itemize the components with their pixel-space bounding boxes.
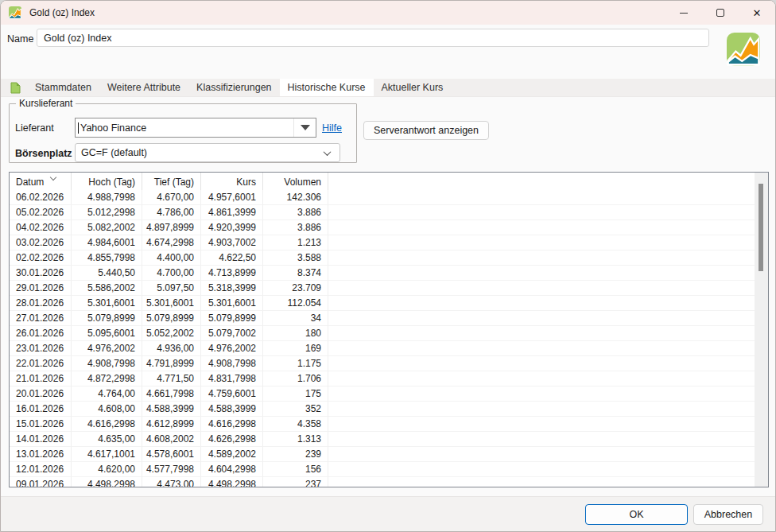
table-cell: 4.670,00: [142, 190, 201, 205]
table-row[interactable]: 02.02.20264.855,79984.400,004.622,503.58…: [10, 250, 755, 266]
boersenplatz-combobox[interactable]: GC=F (default): [75, 143, 340, 162]
vertical-scrollbar[interactable]: [755, 173, 768, 487]
tab-stammdaten[interactable]: Stammdaten: [27, 79, 99, 96]
table-cell: 4.855,7998: [72, 250, 142, 266]
table-row[interactable]: 03.02.20264.984,60014.674,29984.903,7002…: [10, 235, 755, 250]
table-cell-spacer: [328, 326, 755, 341]
tab-strip: Stammdaten Weitere Attribute Klassifizie…: [1, 79, 775, 97]
dropdown-arrow-button[interactable]: [293, 118, 316, 137]
table-cell: 4.588,3999: [201, 402, 263, 417]
table-cell: 4.831,7998: [201, 371, 263, 386]
table-cell: 4.700,00: [142, 266, 201, 281]
scrollbar-thumb[interactable]: [759, 184, 763, 271]
table-row[interactable]: 05.02.20265.012,29984.786,004.861,39993.…: [10, 205, 755, 220]
portfolio-performance-logo: [726, 33, 761, 66]
tab-label: Weitere Attribute: [107, 82, 180, 93]
table-cell-spacer: [328, 205, 755, 220]
table-cell: 23.709: [263, 281, 328, 296]
column-header-hoch[interactable]: Hoch (Tag): [72, 173, 142, 190]
table-cell: 4.791,8999: [142, 356, 201, 371]
table-row[interactable]: 21.01.20264.872,29984.771,504.831,79981.…: [10, 371, 755, 386]
table-cell-spacer: [328, 250, 755, 266]
historical-prices-table: Datum Hoch (Tag) Tief (Tag) Kurs Volumen…: [9, 172, 769, 487]
table-cell: 175: [263, 386, 328, 402]
cancel-button[interactable]: Abbrechen: [693, 504, 763, 525]
table-row[interactable]: 20.01.20264.764,004.661,79984.759,600117…: [10, 386, 755, 402]
table-header: Datum Hoch (Tag) Tief (Tag) Kurs Volumen: [10, 173, 768, 190]
table-cell: 29.01.2026: [10, 281, 72, 296]
serverantwort-anzeigen-button[interactable]: Serverantwort anzeigen: [363, 121, 489, 140]
table-row[interactable]: 30.01.20265.440,504.700,004.713,89998.37…: [10, 266, 755, 281]
table-cell: 4.976,2002: [201, 341, 263, 356]
table-row[interactable]: 13.01.20264.617,10014.578,60014.589,2002…: [10, 447, 755, 462]
table-cell: 5.052,2002: [142, 326, 201, 341]
table-cell: 4.622,50: [201, 250, 263, 266]
table-cell: 180: [263, 326, 328, 341]
table-cell: 1.313: [263, 432, 328, 447]
table-cell: 4.616,2998: [201, 417, 263, 432]
table-cell: 352: [263, 402, 328, 417]
security-page-icon: [10, 82, 21, 94]
name-input[interactable]: [37, 29, 709, 47]
table-cell: 04.02.2026: [10, 220, 72, 235]
table-cell: 4.984,6001: [72, 235, 142, 250]
tab-weitere-attribute[interactable]: Weitere Attribute: [99, 79, 188, 96]
table-row[interactable]: 15.01.20264.616,29984.612,89994.616,2998…: [10, 417, 755, 432]
tab-historische-kurse[interactable]: Historische Kurse: [280, 79, 374, 96]
table-row[interactable]: 27.01.20265.079,89995.079,89995.079,8999…: [10, 311, 755, 326]
table-cell: 22.01.2026: [10, 356, 72, 371]
window-title: Gold (oz) Index: [29, 7, 95, 18]
hilfe-link[interactable]: Hilfe: [322, 122, 342, 134]
table-cell: 5.012,2998: [72, 205, 142, 220]
table-body: 06.02.20264.988,79984.670,004.957,600114…: [10, 190, 755, 487]
table-row[interactable]: 23.01.20264.976,20024.936,004.976,200216…: [10, 341, 755, 356]
title-bar: Gold (oz) Index ✕: [1, 1, 775, 25]
table-cell: 14.01.2026: [10, 432, 72, 447]
column-header-tief[interactable]: Tief (Tag): [142, 173, 201, 190]
table-cell-spacer: [328, 220, 755, 235]
table-cell: 5.301,6001: [142, 296, 201, 311]
table-cell: 15.01.2026: [10, 417, 72, 432]
column-label: Kurs: [236, 177, 256, 188]
column-header-datum[interactable]: Datum: [10, 173, 72, 190]
table-row[interactable]: 04.02.20265.082,20024.897,89994.920,3999…: [10, 220, 755, 235]
boersenplatz-value: GC=F (default): [76, 147, 324, 158]
table-cell: 5.095,6001: [72, 326, 142, 341]
table-row[interactable]: 16.01.20264.608,004.588,39994.588,399935…: [10, 402, 755, 417]
minimize-button[interactable]: [665, 1, 702, 25]
maximize-icon: [716, 9, 724, 17]
table-cell: 1.706: [263, 371, 328, 386]
table-cell-spacer: [328, 190, 755, 205]
table-row[interactable]: 29.01.20265.586,20025.097,505.318,399923…: [10, 281, 755, 296]
table-row[interactable]: 06.02.20264.988,79984.670,004.957,600114…: [10, 190, 755, 205]
boersenplatz-label: Börsenplatz: [15, 148, 72, 159]
table-row[interactable]: 28.01.20265.301,60015.301,60015.301,6001…: [10, 296, 755, 311]
table-cell: 4.498,2998: [201, 477, 263, 487]
column-header-volumen[interactable]: Volumen: [263, 173, 328, 190]
table-cell: 4.626,2998: [201, 432, 263, 447]
column-label: Datum: [16, 177, 44, 188]
table-row[interactable]: 14.01.20264.635,004.608,20024.626,29981.…: [10, 432, 755, 447]
table-cell: 4.920,3999: [201, 220, 263, 235]
table-row[interactable]: 22.01.20264.908,79984.791,89994.908,7998…: [10, 356, 755, 371]
column-header-kurs[interactable]: Kurs: [201, 173, 263, 190]
tab-klassifizierungen[interactable]: Klassifizierungen: [188, 79, 280, 96]
table-cell: 4.661,7998: [142, 386, 201, 402]
table-cell-spacer: [328, 371, 755, 386]
ok-button[interactable]: OK: [585, 504, 688, 525]
close-button[interactable]: ✕: [739, 1, 775, 25]
table-cell: 4.936,00: [142, 341, 201, 356]
lieferant-combobox[interactable]: Yahoo Finance: [75, 118, 316, 138]
table-row[interactable]: 12.01.20264.620,004.577,79984.604,299815…: [10, 462, 755, 477]
table-cell: 5.301,6001: [201, 296, 263, 311]
tab-aktueller-kurs[interactable]: Aktueller Kurs: [374, 79, 452, 96]
table-cell-spacer: [328, 462, 755, 477]
table-cell: 3.588: [263, 250, 328, 266]
table-cell: 16.01.2026: [10, 402, 72, 417]
table-cell: 34: [263, 311, 328, 326]
table-row[interactable]: 09.01.20264.498,29984.473,004.498,299823…: [10, 477, 755, 487]
table-cell: 4.861,3999: [201, 205, 263, 220]
chevron-down-icon: [324, 148, 332, 156]
maximize-button[interactable]: [702, 1, 739, 25]
table-row[interactable]: 26.01.20265.095,60015.052,20025.079,7002…: [10, 326, 755, 341]
